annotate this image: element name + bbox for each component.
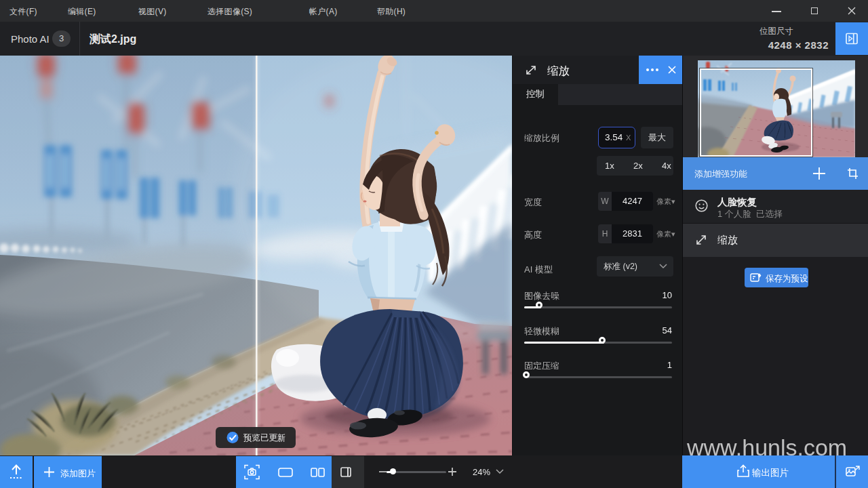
svg-text:预览已更新: 预览已更新 — [243, 433, 286, 443]
